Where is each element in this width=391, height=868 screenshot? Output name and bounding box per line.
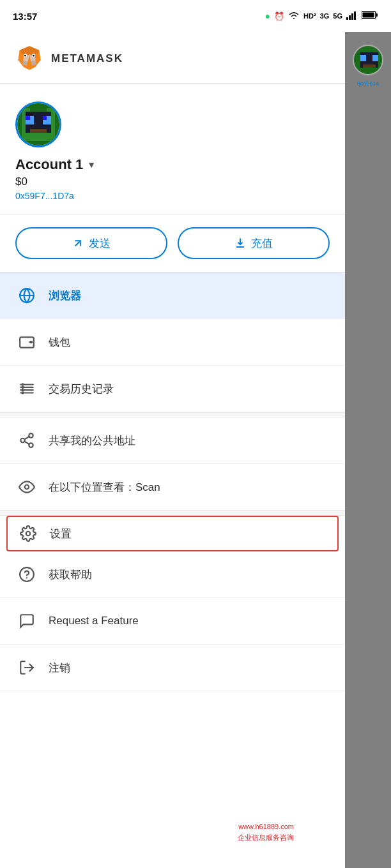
svg-rect-27 bbox=[30, 103, 47, 112]
svg-line-47 bbox=[24, 437, 29, 439]
svg-point-39 bbox=[22, 384, 23, 385]
svg-rect-6 bbox=[363, 13, 374, 18]
menu-item-wallet[interactable]: 钱包 bbox=[0, 319, 345, 366]
logout-label: 注销 bbox=[49, 661, 70, 675]
eye-icon bbox=[15, 475, 38, 498]
menu-item-history[interactable]: 交易历史记录 bbox=[0, 366, 345, 412]
svg-rect-5 bbox=[376, 13, 378, 17]
metamask-fox-icon bbox=[15, 45, 43, 73]
browser-label: 浏览器 bbox=[49, 288, 81, 303]
svg-point-40 bbox=[22, 387, 23, 388]
watermark-line2: 企业信息服务咨询 bbox=[238, 832, 294, 843]
svg-rect-26 bbox=[30, 129, 47, 133]
status-icons: ● ⏰ HD² 3G 5G bbox=[265, 11, 378, 22]
menu-item-browser[interactable]: 浏览器 bbox=[0, 273, 345, 319]
wallet-label: 钱包 bbox=[49, 335, 70, 350]
scan-label: 在以下位置查看：Scan bbox=[49, 480, 160, 495]
3g-icon: 3G bbox=[320, 12, 330, 20]
svg-line-28 bbox=[75, 241, 80, 246]
signal-icon bbox=[346, 11, 358, 22]
feature-icon bbox=[15, 610, 38, 632]
share-label: 共享我的公共地址 bbox=[49, 433, 135, 448]
wallet-icon bbox=[15, 331, 38, 354]
svg-rect-1 bbox=[349, 15, 351, 20]
receive-label: 充值 bbox=[251, 236, 273, 251]
settings-icon bbox=[17, 522, 40, 545]
feature-label: Request a Feature bbox=[49, 615, 139, 627]
watermark-line1: www.h61889.com bbox=[238, 821, 294, 832]
menu-divider-1 bbox=[0, 412, 345, 417]
account-name-row[interactable]: Account 1 ▼ bbox=[15, 156, 330, 173]
receive-button[interactable]: 充值 bbox=[178, 227, 330, 259]
drawer-panel: METAMASK bbox=[0, 32, 345, 868]
svg-line-46 bbox=[24, 442, 29, 444]
logout-icon bbox=[15, 656, 38, 679]
menu-divider-2 bbox=[0, 511, 345, 516]
5g-icon: 5G bbox=[333, 12, 342, 20]
history-label: 交易历史记录 bbox=[49, 382, 114, 396]
app-header: METAMASK bbox=[0, 32, 345, 84]
menu-item-settings[interactable]: 设置 bbox=[6, 516, 339, 551]
svg-rect-24 bbox=[26, 116, 30, 121]
history-icon bbox=[15, 377, 38, 400]
help-icon bbox=[15, 563, 38, 586]
svg-rect-25 bbox=[43, 116, 47, 121]
account-avatar[interactable] bbox=[15, 101, 61, 147]
sidebar-address: 8c6b614 bbox=[355, 80, 382, 87]
svg-point-41 bbox=[22, 389, 23, 391]
send-label: 发送 bbox=[89, 236, 111, 251]
status-bar: 13:57 ● ⏰ HD² 3G 5G bbox=[0, 0, 391, 32]
sidebar-account-avatar[interactable] bbox=[353, 45, 383, 75]
svg-point-16 bbox=[24, 55, 26, 57]
action-buttons: 发送 充值 bbox=[0, 214, 345, 273]
svg-rect-3 bbox=[354, 11, 356, 20]
status-time: 13:57 bbox=[13, 11, 37, 22]
send-button[interactable]: 发送 bbox=[15, 227, 167, 259]
svg-rect-2 bbox=[351, 13, 353, 20]
svg-point-49 bbox=[26, 532, 31, 536]
hd-icon: HD² bbox=[303, 12, 316, 20]
watermark: www.h61889.com 企业信息服务咨询 bbox=[238, 821, 294, 842]
account-name: Account 1 bbox=[15, 156, 83, 173]
svg-point-42 bbox=[22, 392, 23, 393]
help-label: 获取帮助 bbox=[49, 567, 92, 582]
notification-icon: ● bbox=[265, 11, 270, 21]
app-name: METAMASK bbox=[51, 52, 123, 65]
menu-item-share[interactable]: 共享我的公共地址 bbox=[0, 417, 345, 464]
alarm-icon: ⏰ bbox=[274, 11, 284, 21]
svg-rect-55 bbox=[360, 55, 367, 61]
browser-icon bbox=[15, 284, 38, 307]
share-icon bbox=[15, 429, 38, 452]
svg-point-17 bbox=[33, 55, 34, 57]
menu-section: 浏览器 钱包 bbox=[0, 273, 345, 691]
battery-icon bbox=[362, 11, 378, 21]
menu-item-help[interactable]: 获取帮助 bbox=[0, 551, 345, 598]
svg-point-48 bbox=[25, 485, 29, 490]
svg-rect-57 bbox=[363, 64, 375, 68]
svg-rect-0 bbox=[346, 17, 348, 20]
wifi-icon bbox=[288, 11, 300, 22]
menu-item-scan[interactable]: 在以下位置查看：Scan bbox=[0, 464, 345, 511]
dropdown-arrow-icon: ▼ bbox=[87, 160, 96, 170]
svg-rect-56 bbox=[372, 55, 379, 61]
menu-item-logout[interactable]: 注销 bbox=[0, 645, 345, 691]
svg-point-34 bbox=[30, 341, 31, 343]
account-address[interactable]: 0x59F7...1D7a bbox=[15, 191, 330, 201]
account-section: Account 1 ▼ $0 0x59F7...1D7a bbox=[0, 84, 345, 214]
account-balance: $0 bbox=[15, 176, 330, 188]
settings-label: 设置 bbox=[50, 527, 72, 541]
menu-item-feature[interactable]: Request a Feature bbox=[0, 598, 345, 645]
sidebar-sliver: 8c6b614 bbox=[345, 32, 391, 868]
